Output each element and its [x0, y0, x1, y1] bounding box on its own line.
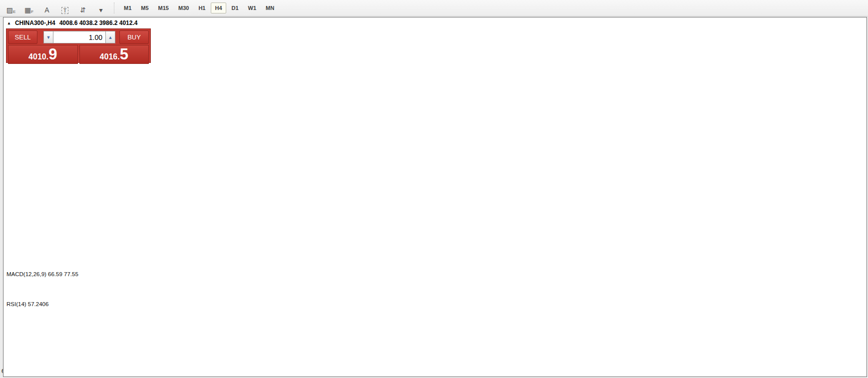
timeframe-H1[interactable]: H1: [194, 2, 209, 13]
timeframe-M15[interactable]: M15: [154, 2, 173, 13]
one-click-trading-panel: SELL ▼ ▲ BUY 4010 . 9 4016 . 5: [6, 28, 151, 63]
toolbar-separator: [114, 2, 115, 13]
text-label-icon[interactable]: A: [40, 2, 54, 14]
timeframe-buttons: M1M5M15M30H1H4D1W1MN: [120, 2, 280, 13]
toolbar-icons: ▨E▦FAT⇵▾: [4, 2, 112, 14]
rsi-indicator-label: RSI(14) 57.2406: [6, 301, 48, 307]
price-quote-row: 4010 . 9 4016 . 5: [6, 44, 150, 64]
text-box-icon[interactable]: T: [58, 2, 72, 14]
buy-button[interactable]: BUY: [119, 30, 149, 44]
macd-indicator-label: MACD(12,26,9) 66.59 77.55: [6, 271, 78, 277]
timeframe-M1[interactable]: M1: [120, 2, 135, 13]
volume-input[interactable]: [53, 31, 105, 43]
chart-window: [3, 17, 867, 377]
volume-increase-button[interactable]: ▲: [105, 31, 115, 43]
collapse-panel-icon[interactable]: ▲: [7, 21, 11, 25]
symbol-timeframe-label: CHINA300-,H4: [15, 19, 55, 26]
ohlc-readout: 4008.6 4038.2 3986.2 4012.4: [59, 19, 138, 26]
sell-button[interactable]: SELL: [8, 30, 37, 44]
sell-price-big-digit: 9: [48, 46, 57, 62]
grid-period-icon[interactable]: ▦F: [22, 2, 36, 14]
top-toolbar: ▨E▦FAT⇵▾ M1M5M15M30H1H4D1W1MN: [0, 0, 868, 16]
order-controls-row: SELL ▼ ▲ BUY: [6, 29, 150, 44]
buy-price-quote[interactable]: 4016 . 5: [79, 45, 149, 64]
timeframe-H4[interactable]: H4: [211, 2, 226, 13]
auto-arrange-icon[interactable]: ⇵: [76, 2, 90, 14]
expert-advisor-icon[interactable]: ▨E: [4, 2, 18, 14]
volume-decrease-button[interactable]: ▼: [43, 31, 53, 43]
timeframe-M5[interactable]: M5: [137, 2, 152, 13]
chart-title-bar: ▲ CHINA300-,H4 4008.6 4038.2 3986.2 4012…: [7, 19, 137, 26]
timeframe-MN[interactable]: MN: [262, 2, 278, 13]
sell-price-main: 4010: [28, 48, 46, 65]
toolbar-dropdown-icon[interactable]: ▾: [94, 2, 108, 14]
buy-price-main: 4016: [100, 48, 118, 65]
buy-price-big-digit: 5: [120, 46, 128, 62]
timeframe-D1[interactable]: D1: [228, 2, 243, 13]
volume-stepper: ▼ ▲: [43, 31, 115, 43]
sell-price-quote[interactable]: 4010 . 9: [8, 45, 78, 64]
timeframe-W1[interactable]: W1: [244, 2, 261, 13]
timeframe-M30[interactable]: M30: [174, 2, 193, 13]
